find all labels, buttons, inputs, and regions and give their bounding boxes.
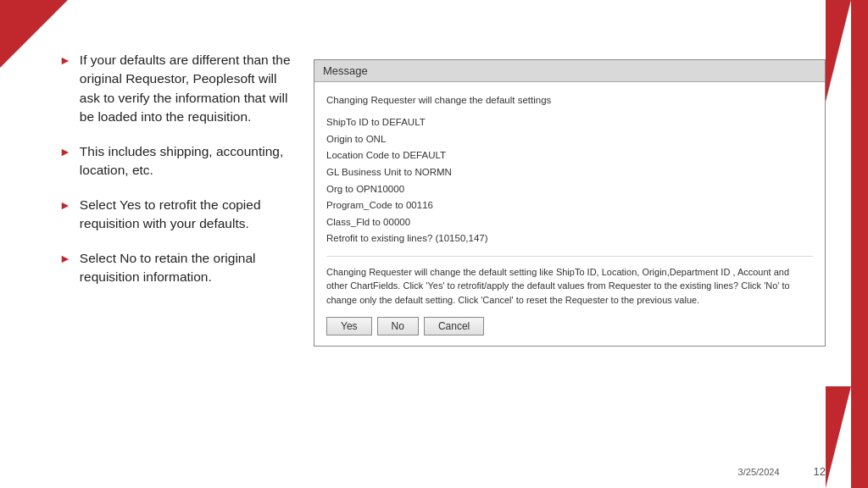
dialog-field-1: Origin to ONL xyxy=(326,131,813,148)
bullet-text-1: If your defaults are different than the … xyxy=(80,51,297,127)
bullet-text-2: This includes shipping, accounting, loca… xyxy=(80,142,297,180)
dialog-intro: Changing Requester will change the defau… xyxy=(326,92,813,108)
bullet-text-3: Select Yes to retrofit the copied requis… xyxy=(80,196,297,234)
dialog-body: Changing Requester will change the defau… xyxy=(314,82,825,346)
dialog-description: Changing Requester will change the defau… xyxy=(326,265,813,308)
bullet-arrow-1: ► xyxy=(59,53,71,67)
dialog-field-4: Org to OPN10000 xyxy=(326,181,813,198)
list-item: ► Select No to retain the original requi… xyxy=(59,249,297,287)
footer-page: 12 xyxy=(814,465,826,478)
no-button[interactable]: No xyxy=(377,317,419,336)
message-dialog: Message Changing Requester will change t… xyxy=(314,59,826,347)
bullet-text-4: Select No to retain the original requisi… xyxy=(80,249,297,287)
dialog-field-7: Retrofit to existing lines? (10150,147) xyxy=(326,230,813,247)
dialog-divider xyxy=(326,256,813,257)
dialog-title: Message xyxy=(323,64,368,77)
dialog-area: Message Changing Requester will change t… xyxy=(314,17,826,454)
cancel-button[interactable]: Cancel xyxy=(424,317,484,336)
bullet-arrow-2: ► xyxy=(59,145,71,158)
footer-date: 3/25/2024 xyxy=(738,467,780,477)
yes-button[interactable]: Yes xyxy=(326,317,372,336)
main-content: ► If your defaults are different than th… xyxy=(59,17,826,454)
dialog-field-3: GL Business Unit to NORMN xyxy=(326,164,813,181)
list-item: ► If your defaults are different than th… xyxy=(59,51,297,127)
right-bottom-triangle xyxy=(826,386,851,488)
top-left-corner xyxy=(0,0,68,68)
list-item: ► This includes shipping, accounting, lo… xyxy=(59,142,297,180)
dialog-fields: ShipTo ID to DEFAULT Origin to ONL Locat… xyxy=(326,114,813,247)
bullet-arrow-4: ► xyxy=(59,252,71,265)
list-item: ► Select Yes to retrofit the copied requ… xyxy=(59,196,297,234)
right-top-triangle xyxy=(826,0,851,102)
dialog-titlebar: Message xyxy=(314,60,825,82)
dialog-buttons: Yes No Cancel xyxy=(326,317,813,336)
dialog-field-0: ShipTo ID to DEFAULT xyxy=(326,114,813,131)
dialog-field-6: Class_Fld to 00000 xyxy=(326,214,813,231)
dialog-field-5: Program_Code to 00116 xyxy=(326,197,813,214)
bullet-list: ► If your defaults are different than th… xyxy=(59,17,297,454)
right-bar xyxy=(851,0,868,488)
footer: 3/25/2024 12 xyxy=(738,465,826,478)
dialog-field-2: Location Code to DEFAULT xyxy=(326,147,813,164)
bullet-arrow-3: ► xyxy=(59,198,71,212)
